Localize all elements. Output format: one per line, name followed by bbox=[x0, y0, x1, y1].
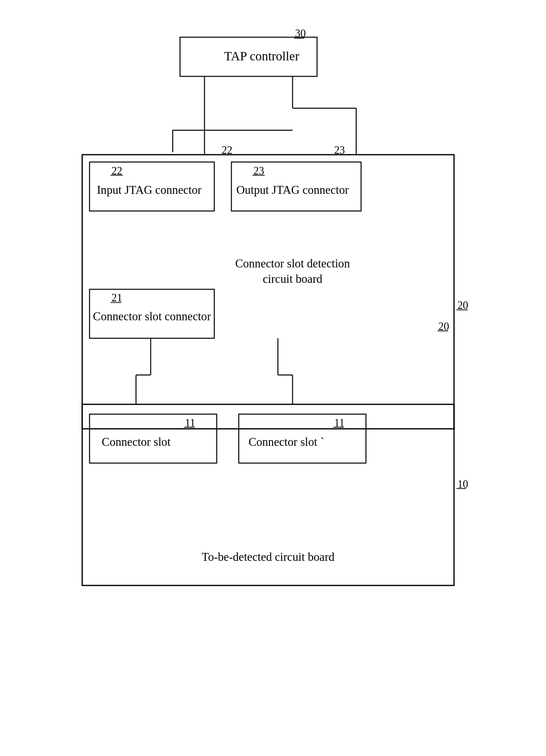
ref-23-top: 23 bbox=[334, 144, 345, 156]
detection-circuit-label: Connector slot detection bbox=[235, 257, 350, 270]
circuit-board-label: circuit board bbox=[263, 272, 322, 285]
ref-20-outer: 20 bbox=[457, 299, 468, 311]
ref-11-right: 11 bbox=[334, 417, 345, 429]
ref-20-inner: 20 bbox=[439, 320, 449, 332]
ref-22-inner: 22 bbox=[111, 165, 122, 177]
diagram-container: TAP controller 30 22 23 22 Input JTAG co… bbox=[53, 18, 493, 756]
ref-10: 10 bbox=[457, 478, 468, 490]
connector-slot-left-label: Connector slot bbox=[102, 435, 171, 448]
to-be-detected-label: To-be-detected circuit board bbox=[202, 550, 335, 563]
input-jtag-label: Input JTAG connector bbox=[97, 183, 202, 196]
output-jtag-label: Output JTAG connector bbox=[236, 183, 349, 196]
ref-11-left: 11 bbox=[185, 417, 196, 429]
connector-slot-right-label: Connector slot ` bbox=[248, 435, 324, 448]
connector-slot-connector-label: Connector slot connector bbox=[93, 310, 211, 323]
ref-21: 21 bbox=[111, 292, 122, 304]
main-diagram: TAP controller 30 22 23 22 Input JTAG co… bbox=[53, 18, 493, 756]
ref-22-top: 22 bbox=[221, 144, 232, 156]
ref-23-inner: 23 bbox=[254, 165, 264, 177]
ref-30: 30 bbox=[295, 27, 306, 39]
tap-controller-label: TAP controller bbox=[224, 49, 299, 63]
